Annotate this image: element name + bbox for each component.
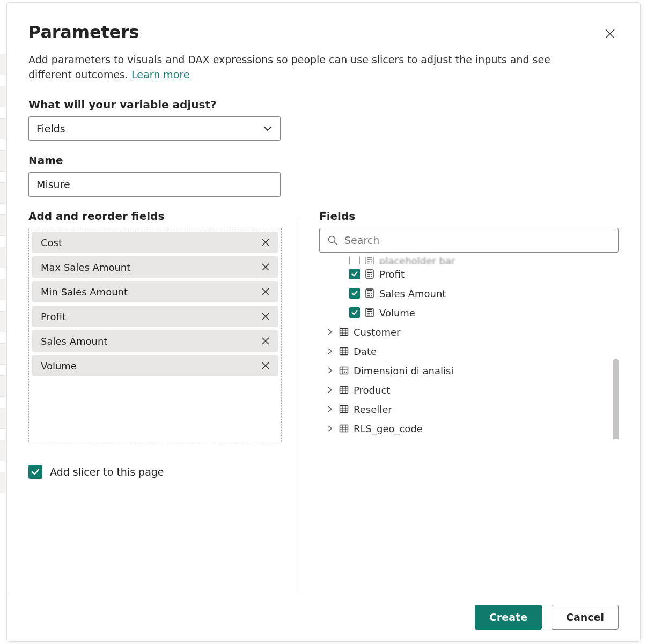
expand-toggle[interactable] (326, 405, 334, 413)
field-checkbox[interactable] (349, 269, 360, 279)
table-icon (339, 346, 349, 357)
add-slicer-checkbox[interactable] (28, 465, 42, 479)
field-chip-label: Cost (41, 237, 62, 248)
expand-toggle[interactable] (326, 386, 334, 394)
tree-field-row[interactable]: Profit (319, 264, 607, 284)
learn-more-link[interactable]: Learn more (131, 69, 189, 80)
field-chip[interactable]: Sales Amount (32, 330, 278, 352)
field-chip-label: Sales Amount (41, 336, 107, 347)
reorder-fields-label: Add and reorder fields (28, 210, 282, 223)
field-chip[interactable]: Min Sales Amount (32, 281, 278, 302)
measure-icon (364, 269, 375, 279)
svg-point-7 (369, 263, 370, 264)
column-divider (300, 217, 300, 593)
field-checkbox (349, 257, 360, 264)
tree-table-row[interactable]: Product (319, 380, 607, 399)
fields-panel-label: Fields (319, 210, 619, 223)
remove-field-button[interactable] (259, 334, 273, 348)
cancel-button[interactable]: Cancel (552, 605, 619, 630)
field-chip-label: Volume (41, 360, 77, 372)
svg-point-31 (369, 315, 370, 316)
expand-toggle[interactable] (326, 328, 334, 336)
table-label: Dimensioni di analisi (354, 365, 453, 376)
field-chip[interactable]: Profit (32, 306, 278, 327)
expand-toggle[interactable] (326, 366, 334, 375)
variable-adjust-label: What will your variable adjust? (28, 98, 619, 111)
field-chip[interactable]: Volume (32, 355, 278, 376)
tree-table-row[interactable]: RLS_geo_code (319, 419, 607, 438)
tree-field-row[interactable]: Sales Amount (319, 284, 607, 303)
remove-field-button[interactable] (259, 309, 273, 323)
svg-point-13 (371, 274, 372, 275)
reorder-field-well[interactable]: CostMax Sales AmountMin Sales AmountProf… (28, 228, 282, 442)
svg-rect-18 (367, 291, 372, 292)
svg-point-4 (369, 261, 370, 262)
variable-adjust-select[interactable]: Fields (28, 116, 281, 141)
dialog-title: Parameters (28, 22, 139, 42)
expand-toggle[interactable] (326, 424, 334, 433)
table-label: Product (354, 384, 390, 396)
svg-point-19 (367, 293, 369, 294)
svg-rect-34 (340, 348, 348, 355)
svg-rect-10 (367, 271, 372, 273)
chevron-right-icon (327, 425, 333, 432)
fields-search-input[interactable] (343, 234, 611, 247)
add-slicer-label: Add slicer to this page (50, 466, 164, 478)
measure-icon (364, 288, 375, 299)
calc-table-icon: fx (339, 365, 349, 376)
field-chip-label: Min Sales Amount (41, 286, 128, 298)
dialog-footer: Create Cancel (7, 593, 640, 641)
svg-point-29 (371, 313, 372, 314)
svg-point-22 (367, 295, 369, 297)
parameters-dialog: Parameters Add parameters to visuals and… (6, 2, 641, 642)
table-icon (339, 404, 349, 414)
tree-table-row[interactable]: Sales (319, 438, 607, 439)
close-icon (261, 312, 270, 321)
svg-point-24 (371, 295, 372, 297)
chevron-right-icon (327, 348, 333, 354)
field-checkbox[interactable] (349, 288, 360, 299)
fields-scrollbar[interactable] (613, 359, 619, 439)
remove-field-button[interactable] (259, 235, 273, 249)
svg-rect-37 (340, 387, 348, 394)
field-chip-label: Profit (41, 311, 66, 322)
field-chip-label: Max Sales Amount (41, 262, 130, 273)
remove-field-button[interactable] (259, 260, 273, 274)
expand-toggle[interactable] (326, 347, 334, 356)
tree-field-row[interactable]: Volume (319, 303, 607, 322)
field-label: placeholder bar (379, 257, 455, 264)
tree-table-row[interactable]: Date (319, 342, 607, 361)
check-icon (31, 467, 40, 477)
create-button[interactable]: Create (475, 605, 542, 630)
variable-adjust-value: Fields (36, 123, 65, 135)
tree-field-row-clipped: placeholder bar (319, 257, 607, 264)
table-label: Customer (354, 327, 400, 338)
fields-tree: placeholder barProfitSales AmountVolumeC… (319, 257, 619, 439)
svg-point-5 (371, 261, 372, 262)
tree-table-row[interactable]: Customer (319, 322, 607, 342)
field-chip[interactable]: Cost (32, 232, 278, 253)
close-icon (261, 263, 270, 271)
tree-table-row[interactable]: Reseller (319, 399, 607, 419)
table-label: RLS_geo_code (354, 423, 423, 434)
chevron-right-icon (327, 367, 333, 374)
chevron-right-icon (327, 406, 333, 412)
remove-field-button[interactable] (259, 359, 273, 373)
remove-field-button[interactable] (259, 285, 273, 299)
dialog-description: Add parameters to visuals and DAX expres… (28, 52, 560, 82)
field-label: Profit (379, 269, 405, 280)
scroll-thumb[interactable] (613, 359, 619, 439)
name-input[interactable] (28, 172, 281, 197)
close-button[interactable] (601, 25, 619, 42)
svg-point-20 (369, 293, 370, 294)
tree-table-row[interactable]: fxDimensioni di analisi (319, 361, 607, 380)
field-checkbox[interactable] (349, 307, 360, 318)
svg-point-12 (369, 274, 370, 275)
svg-point-8 (371, 263, 372, 264)
field-chip[interactable]: Max Sales Amount (32, 256, 278, 278)
fields-search[interactable] (319, 228, 619, 253)
svg-point-3 (367, 261, 369, 262)
table-icon (339, 384, 349, 395)
svg-point-21 (371, 293, 372, 294)
svg-text:fx: fx (344, 370, 348, 374)
